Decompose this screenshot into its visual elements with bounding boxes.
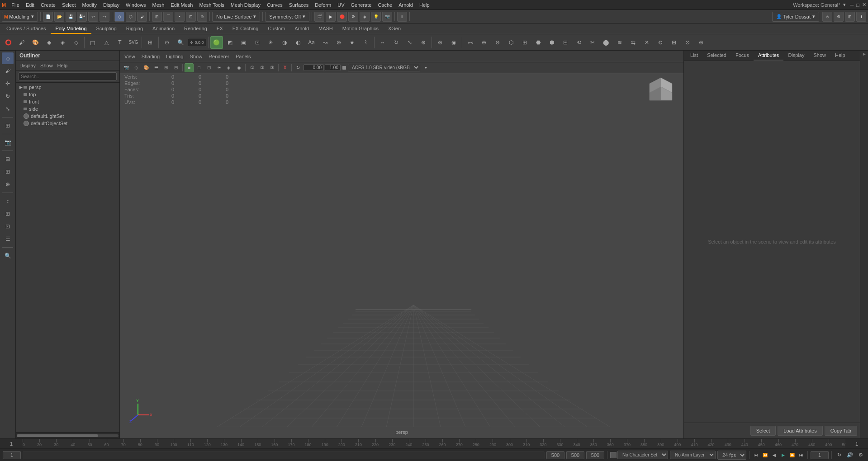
vp-aces-dropdown[interactable]: ▾	[421, 63, 430, 72]
xray-btn[interactable]: ▣	[237, 36, 250, 49]
viewport[interactable]: View Shading Lighting Show Renderer Pane…	[120, 51, 683, 438]
menu-create[interactable]: Create	[38, 1, 58, 9]
outliner-scrollbar[interactable]	[16, 432, 119, 438]
bevel-btn[interactable]: ⬣	[532, 36, 545, 49]
loop-icon[interactable]: ↻	[835, 451, 844, 460]
grid-side-icon[interactable]: ⊞	[2, 208, 14, 220]
transform-icon-btn[interactable]: ⊕	[417, 36, 430, 49]
outliner-item-side[interactable]: ▶ side	[16, 105, 119, 113]
connect-btn[interactable]: ⊟	[559, 36, 572, 49]
menu-cache[interactable]: Cache	[375, 1, 395, 9]
redo-btn[interactable]: ↪	[100, 12, 109, 22]
vp-frame-all[interactable]: ⊟	[171, 63, 180, 72]
menu-windows[interactable]: Windows	[123, 1, 149, 9]
combine-btn[interactable]: ⊕	[478, 36, 490, 49]
vp-num1[interactable]	[304, 64, 324, 71]
collapse-btn[interactable]: ⊙	[681, 36, 694, 49]
vp-aa[interactable]: ◈	[224, 63, 233, 72]
character-set-select[interactable]: No Character Set	[617, 451, 668, 459]
outliner-item-persp[interactable]: ▶ persp	[16, 84, 119, 91]
minimize-btn[interactable]: ─	[850, 2, 854, 8]
outliner-item-objset[interactable]: ▶ defaultObjectSet	[16, 120, 119, 127]
tab-mash[interactable]: MASH	[314, 24, 337, 34]
list-icon[interactable]: ☰	[2, 233, 14, 245]
soft-select-btn[interactable]: ◉	[447, 36, 460, 49]
menu-curves[interactable]: Curves	[264, 1, 285, 9]
copy-tab-btn[interactable]: Copy Tab	[825, 426, 857, 436]
tab-arnold[interactable]: Arnold	[290, 24, 313, 34]
fill-hole-btn[interactable]: ⬢	[545, 36, 558, 49]
slide-btn[interactable]: ⇆	[627, 36, 640, 49]
go-start-btn[interactable]: ⏮	[752, 452, 759, 459]
tab-xgen[interactable]: XGen	[384, 24, 405, 34]
ao-btn[interactable]: ◐	[292, 36, 304, 49]
vp-paint[interactable]: 🎨	[142, 63, 151, 72]
relax-btn[interactable]: ≋	[613, 36, 626, 49]
range-end2-input[interactable]	[586, 451, 604, 459]
vp-isolate[interactable]: ◉	[234, 63, 243, 72]
vp-menu-show[interactable]: Show	[187, 53, 205, 60]
char-set-icon[interactable]	[610, 452, 617, 458]
select-mode-icon[interactable]: ◇	[2, 52, 14, 64]
menu-edit[interactable]: Edit	[23, 1, 37, 9]
menu-uv[interactable]: UV	[335, 1, 347, 9]
tab-sculpting[interactable]: Sculpting	[92, 24, 121, 34]
obj2-btn[interactable]: ◈	[56, 36, 69, 49]
paint-select-btn[interactable]: 🖌	[137, 12, 147, 22]
rotate-mode-icon[interactable]: ↻	[2, 90, 14, 102]
wire-btn[interactable]: 🟢	[210, 36, 223, 49]
save-file-btn[interactable]: 💾	[66, 12, 76, 22]
pb-settings-icon[interactable]: ⚙	[856, 451, 865, 460]
menu-modify[interactable]: Modify	[79, 1, 99, 9]
playback-slider[interactable]	[23, 451, 545, 459]
select-tool-btn[interactable]: ◇	[114, 12, 124, 22]
menu-display[interactable]: Display	[100, 1, 122, 9]
vp-refresh[interactable]: ↻	[294, 63, 303, 72]
vp-shaded[interactable]: ■	[185, 63, 194, 72]
menu-help[interactable]: Help	[417, 1, 432, 9]
vp-wire[interactable]: □	[194, 63, 204, 72]
save-as-btn[interactable]: 💾+	[77, 12, 87, 22]
poly-icon1[interactable]: ◻	[86, 36, 99, 49]
snap-point-btn[interactable]: •	[175, 12, 185, 22]
vp-res3[interactable]: ③	[267, 63, 276, 72]
step-back-btn[interactable]: ⏪	[761, 452, 768, 459]
vp-color-swatch[interactable]	[342, 66, 346, 70]
camera-btn[interactable]: 📷	[382, 12, 392, 22]
go-end-btn[interactable]: ⏭	[797, 452, 805, 459]
sculpt-btn[interactable]: 🖌	[15, 36, 28, 49]
move-icon-btn[interactable]: ↔	[376, 36, 389, 49]
menu-generate[interactable]: Generate	[348, 1, 375, 9]
user-btn[interactable]: 👤 Tyler Dossat ▾	[772, 12, 819, 22]
shadow-btn[interactable]: ◑	[278, 36, 291, 49]
outliner-help-menu[interactable]: Help	[57, 62, 69, 69]
vp-menu-shading[interactable]: Shading	[139, 53, 162, 60]
open-file-btn[interactable]: 📂	[54, 12, 64, 22]
vp-res2[interactable]: ②	[257, 63, 266, 72]
shade-wire-btn[interactable]: ◩	[224, 36, 237, 49]
outliner-search-input[interactable]	[19, 72, 117, 80]
timeline-ruler[interactable]: 1020304050607080901001101201301401501601…	[23, 439, 845, 448]
menu-file[interactable]: File	[9, 1, 22, 9]
new-file-btn[interactable]: 📄	[43, 12, 53, 22]
vp-num2[interactable]	[325, 64, 341, 71]
viewport-cube[interactable]	[647, 75, 674, 103]
obj3-btn[interactable]: ◇	[70, 36, 82, 49]
poly-icon2[interactable]: △	[100, 36, 113, 49]
right-tab-focus[interactable]: Focus	[731, 51, 754, 61]
render-view-btn[interactable]: 🎬	[314, 12, 324, 22]
menu-mesh-tools[interactable]: Mesh Tools	[196, 1, 227, 9]
tab-poly-modeling[interactable]: Poly Modeling	[51, 24, 91, 34]
vp-res1[interactable]: ①	[247, 63, 256, 72]
light-editor-btn[interactable]: 💡	[371, 12, 381, 22]
current-frame-input[interactable]	[3, 451, 21, 459]
grid-icon-btn[interactable]: ⊞	[144, 36, 157, 49]
scale-icon-btn[interactable]: ⤡	[403, 36, 416, 49]
merge-btn[interactable]: ⬤	[600, 36, 612, 49]
anim-layer-select[interactable]: No Anim Layer	[670, 451, 716, 459]
vp-tex[interactable]: ⊡	[204, 63, 213, 72]
outliner-item-top[interactable]: ▶ top	[16, 91, 119, 98]
snap-grid-btn[interactable]: ⊞	[152, 12, 162, 22]
vp-light[interactable]: ☀	[214, 63, 223, 72]
tab-animation[interactable]: Animation	[148, 24, 179, 34]
